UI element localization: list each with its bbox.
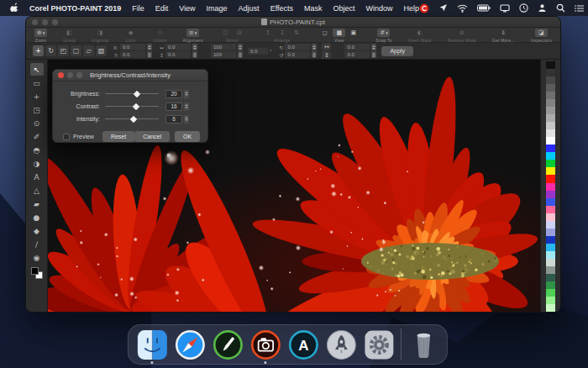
red-eye-removal-tool[interactable]: ◑ xyxy=(30,157,44,170)
mirror-vertical-button[interactable]: ⊟ xyxy=(233,29,245,37)
dialog-titlebar[interactable]: Brightness/Contrast/Intensity xyxy=(53,70,207,81)
value-field[interactable]: 100 xyxy=(211,51,236,58)
preview-checkbox-label[interactable]: Preview xyxy=(63,134,94,140)
preview-checkbox[interactable] xyxy=(63,134,70,140)
color-swatch-3[interactable] xyxy=(546,84,555,92)
order-to-back-button[interactable]: ↧ xyxy=(276,29,288,37)
value-field[interactable]: 0.0 xyxy=(120,44,145,50)
view-enhanced-button[interactable]: ■ xyxy=(333,29,345,37)
color-swatch-0[interactable] xyxy=(546,61,555,69)
fill-tool[interactable]: ◉ xyxy=(30,251,44,264)
slider-stepper[interactable] xyxy=(184,103,189,111)
slider-thumb[interactable] xyxy=(130,115,137,122)
location-icon[interactable] xyxy=(438,3,448,13)
mask-transform-tool[interactable]: + xyxy=(30,90,44,103)
zoom-level-button[interactable]: ⊕▾ xyxy=(34,29,47,37)
skew-mode-button[interactable]: ▱ xyxy=(83,45,94,56)
view-border-button[interactable]: ▣ xyxy=(347,29,360,37)
slider-thumb[interactable] xyxy=(134,90,140,97)
color-swatch-11[interactable] xyxy=(546,145,555,152)
scale-mode-button[interactable]: ◰ xyxy=(58,45,69,56)
get-more-button[interactable]: ⇩ xyxy=(497,29,510,37)
stepper-buttons[interactable] xyxy=(147,51,152,58)
color-swatch-5[interactable] xyxy=(546,99,555,107)
slider-value-field[interactable]: 16 xyxy=(165,103,182,111)
size-mode-button[interactable]: ▢ xyxy=(71,45,81,56)
menu-item-adjust[interactable]: Adjust xyxy=(239,4,260,13)
ellipse-tool[interactable]: ● xyxy=(30,211,44,223)
color-swatch-27[interactable] xyxy=(546,266,555,274)
line-tool[interactable]: ∕ xyxy=(30,238,44,250)
dock-finder-icon[interactable] xyxy=(136,329,168,360)
color-swatch-32[interactable] xyxy=(546,304,555,312)
menu-item-edit[interactable]: Edit xyxy=(155,4,169,13)
rectangle-tool[interactable]: ▰ xyxy=(30,197,44,210)
foreground-color-swatch[interactable] xyxy=(31,267,39,275)
stepper-buttons[interactable] xyxy=(147,44,152,50)
zoom-tool[interactable]: ⊙ xyxy=(30,117,44,129)
slider-value-field[interactable]: 6 xyxy=(165,115,182,124)
color-swatch-4[interactable] xyxy=(546,92,555,99)
color-swatch-7[interactable] xyxy=(546,114,555,122)
color-swatch-14[interactable] xyxy=(546,167,555,175)
color-swatch-13[interactable] xyxy=(546,160,555,167)
rotation-angle-field[interactable]: 0.0° xyxy=(248,48,271,55)
alignment-button[interactable]: ≡▾ xyxy=(186,29,199,37)
slider-value-field[interactable]: 20 xyxy=(165,90,182,98)
wifi-icon[interactable] xyxy=(457,4,468,13)
value-field[interactable]: 100 xyxy=(211,44,236,50)
menu-item-object[interactable]: Object xyxy=(333,4,355,13)
flip-horizontal-icon[interactable]: ↔ xyxy=(322,43,331,50)
crop-tool[interactable]: ◳ xyxy=(30,103,44,116)
stepper-buttons[interactable] xyxy=(312,44,317,50)
dock-safari-icon[interactable] xyxy=(174,329,206,360)
menu-item-view[interactable]: View xyxy=(179,4,195,13)
lock-object-button[interactable]: ◆ xyxy=(124,29,137,37)
color-swatch-29[interactable] xyxy=(546,281,555,289)
color-swatch-12[interactable] xyxy=(546,152,555,160)
brush-tool[interactable]: △ xyxy=(30,184,44,197)
color-swatch-26[interactable] xyxy=(546,259,555,266)
color-swatch-18[interactable] xyxy=(546,198,555,206)
color-swatch-22[interactable] xyxy=(546,229,555,236)
slider-stepper[interactable] xyxy=(184,90,189,98)
invert-mask-button[interactable]: ◐ xyxy=(413,29,426,37)
color-swatch-20[interactable] xyxy=(546,213,555,221)
stepper-buttons[interactable] xyxy=(238,51,243,58)
eraser-tool[interactable]: ◓ xyxy=(30,144,44,156)
color-swatch-24[interactable] xyxy=(546,244,555,251)
foreground-background-colors[interactable] xyxy=(31,267,43,279)
color-swatch-16[interactable] xyxy=(546,183,555,191)
ok-button[interactable]: OK xyxy=(175,131,200,142)
stepper-buttons[interactable] xyxy=(371,51,376,58)
menu-item-window[interactable]: Window xyxy=(366,4,393,13)
dock-launchpad-icon[interactable] xyxy=(325,329,357,360)
clock-icon[interactable] xyxy=(519,3,528,13)
battery-icon[interactable] xyxy=(477,4,491,12)
inspectors-button[interactable]: ◪ xyxy=(535,29,548,37)
color-swatch-23[interactable] xyxy=(546,236,555,244)
user-icon[interactable] xyxy=(538,3,547,13)
slider-track[interactable] xyxy=(105,90,159,98)
slider-track[interactable] xyxy=(105,115,159,124)
color-swatch-1[interactable] xyxy=(546,69,555,76)
order-to-front-button[interactable]: ↥ xyxy=(261,29,274,37)
value-field[interactable]: 0.0 xyxy=(165,44,191,50)
dock-photo-paint-icon[interactable] xyxy=(249,329,281,360)
remove-mask-button[interactable]: ⊘ xyxy=(455,29,468,37)
reset-button[interactable]: Reset xyxy=(102,131,134,142)
stepper-buttons[interactable] xyxy=(238,44,243,50)
dock-trash-icon[interactable] xyxy=(407,329,439,360)
flip-vertical-icon[interactable]: ↕ xyxy=(322,51,331,59)
menu-item-file[interactable]: File xyxy=(132,4,144,13)
menu-item-image[interactable]: Image xyxy=(207,4,228,13)
order-position-button[interactable]: ⇅ xyxy=(290,29,302,37)
color-swatch-30[interactable] xyxy=(546,289,555,297)
cancel-button[interactable]: Cancel xyxy=(134,131,170,142)
unlock-object-button[interactable]: ◇ xyxy=(154,29,166,37)
rotate-mode-button[interactable]: ↻ xyxy=(45,45,56,56)
dialog-zoom-button[interactable] xyxy=(76,72,82,78)
stepper-buttons[interactable] xyxy=(192,51,197,58)
eyedropper-tool[interactable]: ✐ xyxy=(30,130,44,143)
value-field[interactable]: 0.0 xyxy=(285,44,310,50)
